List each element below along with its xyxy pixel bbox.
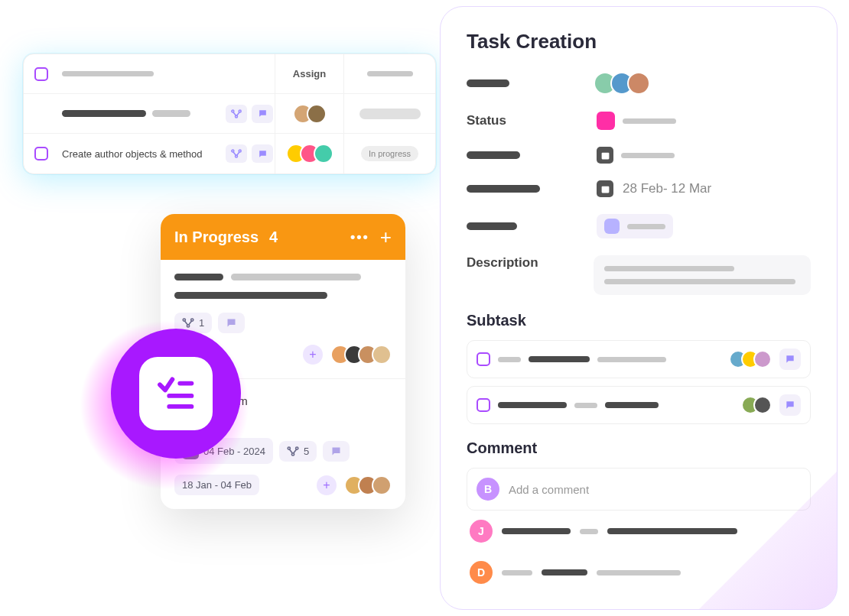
select-all-checkbox[interactable] (34, 67, 48, 81)
svg-rect-15 (167, 394, 194, 398)
panel-title: Task Creation (467, 30, 811, 53)
table-header-row: Assign (24, 54, 435, 94)
avatar: D (470, 561, 493, 584)
subtasks-icon[interactable] (226, 144, 247, 163)
svg-rect-16 (167, 404, 194, 409)
avatar: J (470, 520, 493, 543)
assignees[interactable] (330, 345, 392, 365)
kanban-header: In Progress 4 ••• + (161, 214, 405, 260)
svg-rect-18 (601, 186, 609, 193)
subtasks-icon[interactable] (226, 105, 247, 123)
kanban-count: 4 (269, 229, 278, 246)
assignees[interactable] (344, 475, 392, 495)
table-row[interactable] (24, 94, 435, 134)
assign-column-header: Assign (275, 54, 343, 93)
description-box[interactable] (594, 255, 811, 295)
comment-heading: Comment (467, 439, 811, 457)
priority-swatch[interactable] (604, 219, 620, 234)
calendar-icon[interactable] (597, 180, 613, 197)
row-checkbox[interactable] (34, 147, 48, 160)
checklist-icon (139, 357, 213, 430)
comment-chip[interactable] (323, 441, 350, 462)
comment-icon[interactable] (252, 105, 273, 123)
subtask-count-chip[interactable]: 5 (279, 441, 317, 462)
avatar: B (477, 478, 499, 501)
status-pill[interactable]: In progress (361, 146, 418, 161)
add-assignee-icon[interactable]: + (303, 345, 323, 365)
svg-rect-14 (177, 381, 194, 386)
subtask-checkbox[interactable] (477, 352, 490, 366)
app-badge (111, 329, 241, 459)
status-swatch[interactable] (597, 112, 615, 130)
date-range: 28 Feb- 12 Mar (623, 181, 711, 196)
kanban-add-icon[interactable]: + (380, 225, 392, 249)
assignees[interactable] (729, 350, 772, 368)
subtask-checkbox[interactable] (477, 398, 490, 412)
assignees[interactable] (293, 104, 327, 124)
subtask-heading: Subtask (467, 312, 811, 329)
svg-rect-17 (601, 152, 609, 159)
add-assignee-icon[interactable]: + (317, 475, 337, 495)
status-label: Status (467, 113, 581, 128)
comment-placeholder: Add a comment (509, 483, 589, 496)
add-comment-input[interactable]: B Add a comment (467, 468, 811, 511)
comment-row: J (467, 511, 811, 552)
task-title: Create author objects & method (59, 148, 224, 160)
calendar-icon[interactable] (597, 147, 613, 164)
comment-icon[interactable] (779, 349, 801, 370)
task-table: Assign Create author objects & method (23, 53, 436, 174)
comment-icon[interactable] (252, 144, 273, 163)
description-label: Description (467, 255, 578, 271)
assignees[interactable] (286, 144, 333, 164)
kanban-menu-icon[interactable]: ••• (350, 229, 369, 245)
assignees[interactable] (594, 72, 650, 95)
subtask-row[interactable] (467, 386, 811, 424)
subtask-row[interactable] (467, 340, 811, 378)
task-detail-panel: Task Creation Status 28 Feb (440, 6, 838, 610)
kanban-title: In Progress (174, 229, 259, 246)
comment-chip[interactable] (218, 313, 245, 333)
comment-icon[interactable] (779, 394, 801, 416)
assignees[interactable] (741, 396, 772, 414)
table-row[interactable]: Create author objects & method In progre… (24, 134, 435, 173)
